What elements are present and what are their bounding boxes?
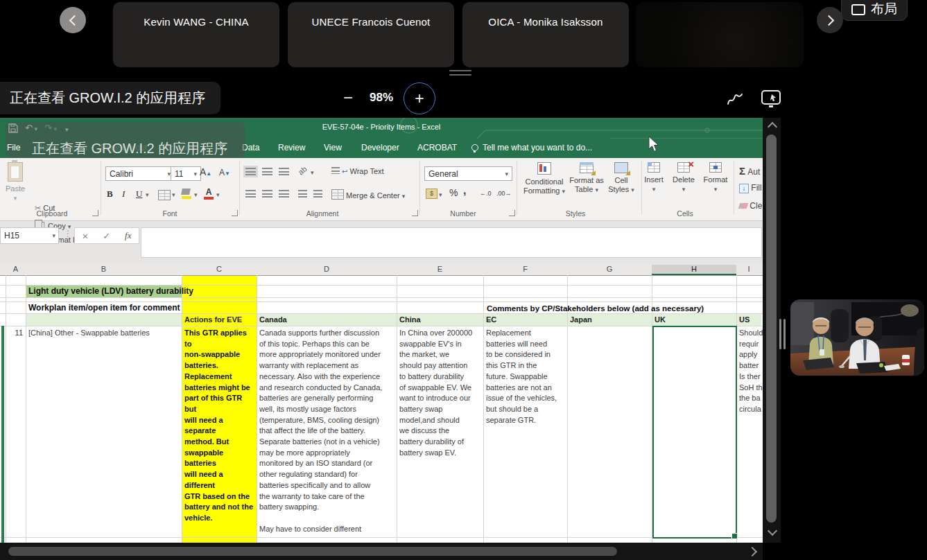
request-control-icon[interactable] <box>760 89 782 110</box>
merge-center-button[interactable]: Merge & Center ▾ <box>331 189 405 200</box>
borders-icon[interactable] <box>158 190 171 200</box>
column-header-row[interactable]: A B C D E F G H I <box>0 264 763 276</box>
font-color-dropdown[interactable]: ▾ <box>216 191 220 198</box>
tab-file[interactable]: File <box>7 143 20 152</box>
column-header[interactable]: C <box>182 265 257 273</box>
zoom-out-button[interactable]: − <box>343 88 353 107</box>
cell-comments-header[interactable]: Comments by CP/Stakeholders below (add a… <box>487 304 704 313</box>
enter-check-icon[interactable]: ✓ <box>103 231 110 241</box>
underline-dropdown[interactable]: ▾ <box>146 191 149 198</box>
column-header[interactable]: I <box>736 265 761 273</box>
percent-style-button[interactable]: % <box>449 187 458 198</box>
cell-actions-header[interactable]: Actions for EVE <box>184 315 242 324</box>
number-format-combo[interactable]: General▾ <box>424 166 512 181</box>
align-middle-button[interactable] <box>262 168 272 175</box>
align-center-button[interactable] <box>262 190 272 198</box>
cell-ec-text[interactable]: Replacement batteries will need to be co… <box>486 328 568 426</box>
delete-cells-button[interactable]: × Delete▾ <box>667 162 700 194</box>
scroll-up-icon[interactable] <box>768 122 777 132</box>
horizontal-scroll-thumb[interactable] <box>8 547 617 556</box>
video-tile-camera-dark[interactable] <box>636 2 804 67</box>
shared-screen-horizontal-scrollbar[interactable] <box>0 543 763 560</box>
insert-cells-button[interactable]: Insert▾ <box>638 162 670 194</box>
tell-me-box[interactable]: Tell me what you want to do... <box>471 143 592 152</box>
italic-button[interactable]: I <box>122 189 125 200</box>
tab-review[interactable]: Review <box>278 143 305 152</box>
cell-china-header[interactable]: China <box>399 315 421 324</box>
selection-fill-handle[interactable] <box>731 533 738 539</box>
worksheet-grid[interactable]: A B C D E F G H I Light duty vehicle (LD… <box>0 264 763 543</box>
cell-actions-text[interactable]: This GTR applies to non-swappable batter… <box>184 328 255 524</box>
name-box[interactable]: H15 ▾ <box>0 227 59 244</box>
annotate-pen-icon[interactable] <box>725 90 745 108</box>
shrink-font-button[interactable]: A▼ <box>219 168 230 177</box>
pip-drag-handle[interactable] <box>779 319 781 349</box>
cell-ldv-title[interactable]: Light duty vehicle (LDV) battery durabil… <box>28 286 193 297</box>
accounting-dropdown[interactable]: ▾ <box>439 191 442 198</box>
decrease-decimal-button[interactable]: .00→ <box>496 190 512 197</box>
bold-button[interactable]: B <box>107 189 113 200</box>
cell-workplan[interactable]: Workplan item/open item for comment <box>28 303 180 313</box>
decrease-indent-button[interactable] <box>298 190 307 198</box>
fill-color-button[interactable] <box>182 189 191 199</box>
cell-canada-header[interactable]: Canada <box>259 315 287 324</box>
font-name-combo[interactable]: Calibri▾ <box>105 166 175 181</box>
orientation-button[interactable]: ab <box>297 164 309 176</box>
scroll-right-icon[interactable] <box>747 547 757 557</box>
clipboard-dialog-launcher[interactable] <box>92 210 98 216</box>
filmstrip-resize-handle[interactable] <box>449 74 471 76</box>
shared-screen-vertical-scrollbar[interactable] <box>763 118 781 543</box>
column-header[interactable]: F <box>483 265 567 273</box>
number-dialog-launcher[interactable] <box>509 210 515 216</box>
column-header[interactable]: E <box>397 265 483 273</box>
format-cells-button[interactable]: Format▾ <box>699 162 732 194</box>
column-header[interactable]: A <box>6 265 26 273</box>
cell-uk-header[interactable]: UK <box>655 315 666 324</box>
name-box-dropdown[interactable]: ▾ <box>52 232 58 239</box>
fill-color-dropdown[interactable]: ▾ <box>194 191 198 198</box>
cell-item-number[interactable]: 11 <box>6 328 23 339</box>
align-right-button[interactable] <box>279 190 289 198</box>
pip-drag-handle[interactable] <box>783 319 786 349</box>
paste-button[interactable]: Paste▾ <box>1 162 29 203</box>
tab-view[interactable]: View <box>324 143 342 152</box>
cell-ec-header[interactable]: EC <box>486 315 496 324</box>
vertical-scroll-thumb[interactable] <box>766 134 777 523</box>
format-as-table-button[interactable]: Format as Table ▾ <box>567 162 606 195</box>
alignment-dialog-launcher[interactable] <box>412 210 418 216</box>
orientation-dropdown[interactable]: ▾ <box>311 169 314 176</box>
borders-dropdown[interactable]: ▾ <box>172 191 175 198</box>
cell-us-header[interactable]: US <box>739 315 750 324</box>
wrap-text-button[interactable]: ↩ Wrap Text <box>331 167 384 175</box>
cell-japan-header[interactable]: Japan <box>570 315 592 324</box>
cell-styles-button[interactable]: Cell Styles ▾ <box>605 162 638 195</box>
cell-us-text[interactable]: Should requir apply batter Is ther SoH t… <box>739 328 763 415</box>
scroll-down-icon[interactable] <box>768 526 777 536</box>
filmstrip-next-button[interactable] <box>817 7 843 33</box>
increase-indent-button[interactable] <box>313 190 322 198</box>
font-color-button[interactable]: A <box>204 187 214 200</box>
fill-button[interactable]: ↓ Fill <box>739 183 762 193</box>
align-top-button[interactable] <box>245 168 256 175</box>
zoom-in-button[interactable]: + <box>404 82 435 114</box>
column-header[interactable]: G <box>567 265 652 273</box>
layout-button[interactable]: 布局 <box>841 0 908 21</box>
active-cell-selection[interactable] <box>652 326 737 539</box>
align-left-button[interactable] <box>245 190 256 198</box>
cell-item-label[interactable]: [China] Other - Swappable batteries <box>28 328 150 339</box>
tab-acrobat[interactable]: ACROBAT <box>417 143 457 152</box>
cell-canada-text[interactable]: Canada supports further discussion of th… <box>259 328 395 534</box>
accounting-format-button[interactable]: $ <box>426 189 437 199</box>
video-tile[interactable]: OICA - Monika Isaksson <box>462 2 629 67</box>
video-tile[interactable]: Kevin WANG - CHINA <box>113 2 279 67</box>
cell-china-text[interactable]: In China over 200000 swappable EV's in t… <box>399 328 484 458</box>
underline-button[interactable]: U <box>136 189 142 200</box>
filmstrip-resize-handle[interactable] <box>449 70 471 71</box>
font-size-combo[interactable]: 11▾ <box>171 166 201 181</box>
formula-bar-input[interactable] <box>141 227 762 258</box>
clear-button[interactable]: Cle <box>739 201 762 211</box>
column-header[interactable]: B <box>26 265 182 273</box>
meeting-room-video-overlay[interactable] <box>790 299 924 376</box>
comma-style-button[interactable]: , <box>463 184 466 197</box>
conditional-formatting-button[interactable]: Conditional Formatting ▾ <box>521 162 567 196</box>
